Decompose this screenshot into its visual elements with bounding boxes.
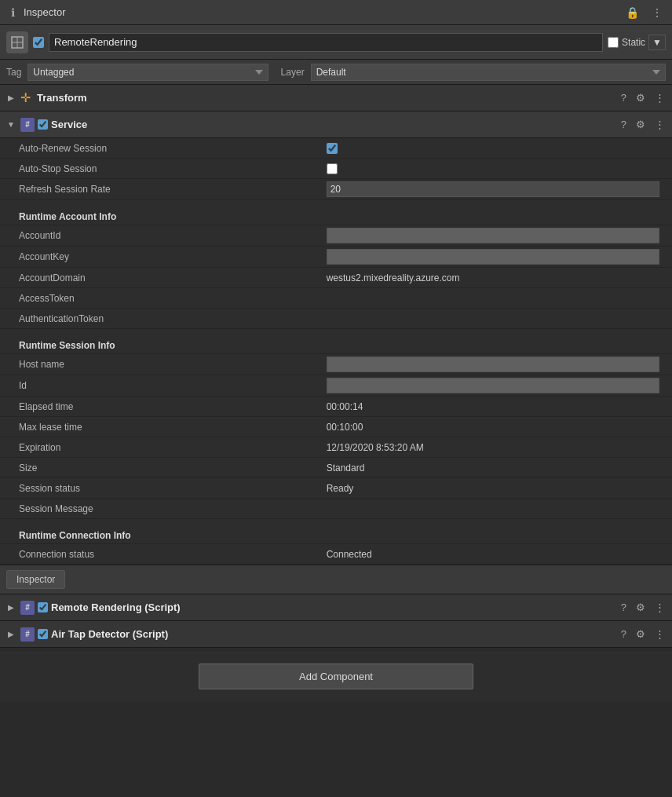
- account-key-label: AccountKey: [19, 251, 327, 262]
- spacer-2: [0, 329, 672, 335]
- elapsed-time-value: 00:00:14: [327, 401, 659, 412]
- transform-help-button[interactable]: ?: [619, 91, 629, 104]
- remote-rendering-script-header: ▶ # Remote Rendering (Script) ? ⚙ ⋮: [0, 594, 672, 621]
- runtime-connection-info-header: Runtime Connection Info: [0, 525, 672, 544]
- static-area: Static ▼: [608, 35, 666, 50]
- service-settings-button[interactable]: ⚙: [634, 118, 648, 131]
- inspector-tab-button[interactable]: Inspector: [6, 570, 65, 589]
- service-tag-icon: #: [20, 118, 35, 132]
- transform-settings-button[interactable]: ⚙: [634, 91, 648, 104]
- max-lease-time-row: Max lease time 00:10:00: [0, 417, 672, 437]
- tag-select[interactable]: Untagged: [27, 64, 268, 81]
- layer-label: Layer: [281, 67, 305, 78]
- auth-token-row: AuthenticationToken: [0, 309, 672, 329]
- account-id-label: AccountId: [19, 230, 327, 241]
- remote-rendering-checkbox[interactable]: [38, 602, 48, 612]
- account-domain-row: AccountDomain westus2.mixedreality.azure…: [0, 268, 672, 288]
- account-domain-label: AccountDomain: [19, 272, 327, 283]
- remote-rendering-expand-arrow[interactable]: ▶: [5, 601, 17, 614]
- session-status-row: Session status Ready: [0, 478, 672, 499]
- runtime-session-info-header: Runtime Session Info: [0, 335, 672, 354]
- spacer-3: [0, 519, 672, 525]
- air-tap-menu-button[interactable]: ⋮: [652, 627, 667, 641]
- session-id-row: Id: [0, 375, 672, 397]
- auto-renew-session-checkbox[interactable]: [327, 143, 338, 154]
- transform-icons: ? ⚙ ⋮: [619, 91, 667, 104]
- service-expand-arrow[interactable]: ▼: [5, 119, 17, 131]
- air-tap-expand-arrow[interactable]: ▶: [5, 628, 17, 641]
- air-tap-settings-button[interactable]: ⚙: [634, 627, 648, 641]
- session-status-value: Ready: [327, 483, 659, 494]
- add-component-area: Add Component: [0, 651, 672, 702]
- remote-rendering-settings-button[interactable]: ⚙: [634, 601, 648, 614]
- expiration-label: Expiration: [19, 442, 327, 453]
- elapsed-time-label: Elapsed time: [19, 401, 327, 412]
- tag-layer-row: Tag Untagged Layer Default: [0, 60, 672, 85]
- object-header: Static ▼: [0, 25, 672, 60]
- service-help-button[interactable]: ?: [619, 118, 629, 131]
- connection-status-label: Connection status: [19, 549, 327, 560]
- title-bar-title: Inspector: [24, 6, 65, 18]
- account-key-input[interactable]: [327, 249, 659, 265]
- air-tap-detector-script-header: ▶ # Air Tap Detector (Script) ? ⚙ ⋮: [0, 621, 672, 648]
- object-active-checkbox[interactable]: [33, 37, 44, 48]
- air-tap-checkbox[interactable]: [38, 629, 48, 639]
- runtime-account-info-header: Runtime Account Info: [0, 207, 672, 225]
- auto-stop-session-checkbox[interactable]: [327, 163, 338, 174]
- refresh-session-rate-row: Refresh Session Rate: [0, 179, 672, 200]
- account-id-input[interactable]: [327, 228, 659, 243]
- refresh-session-rate-label: Refresh Session Rate: [19, 184, 327, 195]
- service-component-header: ▼ # Service ? ⚙ ⋮: [0, 112, 672, 138]
- max-lease-time-value: 00:10:00: [327, 422, 659, 433]
- transform-title: Transform: [37, 92, 615, 104]
- host-name-input[interactable]: [327, 356, 659, 372]
- session-status-label: Session status: [19, 483, 327, 494]
- connection-status-row: Connection status Connected: [0, 544, 672, 565]
- remote-rendering-icons: ? ⚙ ⋮: [619, 601, 667, 614]
- remote-rendering-title: Remote Rendering (Script): [51, 601, 615, 613]
- inspector-tab-area: Inspector: [0, 565, 672, 594]
- static-dropdown-button[interactable]: ▼: [648, 35, 666, 50]
- air-tap-icons: ? ⚙ ⋮: [619, 627, 667, 641]
- host-name-label: Host name: [19, 359, 327, 370]
- remote-rendering-menu-button[interactable]: ⋮: [652, 601, 667, 614]
- object-name-input[interactable]: [49, 33, 603, 52]
- connection-status-value: Connected: [327, 549, 659, 560]
- spacer-1: [0, 200, 672, 207]
- transform-menu-button[interactable]: ⋮: [652, 91, 667, 104]
- size-row: Size Standard: [0, 458, 672, 478]
- service-active-checkbox[interactable]: [38, 119, 48, 130]
- refresh-session-rate-input[interactable]: [327, 181, 659, 197]
- account-domain-value: westus2.mixedreality.azure.com: [327, 272, 659, 283]
- air-tap-help-button[interactable]: ?: [619, 627, 629, 641]
- size-value: Standard: [327, 462, 659, 473]
- access-token-label: AccessToken: [19, 293, 327, 304]
- title-bar-left: ℹ Inspector: [6, 6, 65, 19]
- transform-expand-arrow[interactable]: ▶: [5, 92, 17, 104]
- static-checkbox[interactable]: [608, 37, 619, 48]
- service-menu-button[interactable]: ⋮: [652, 118, 667, 131]
- expiration-value: 12/19/2020 8:53:20 AM: [327, 442, 659, 453]
- title-bar: ℹ Inspector 🔒 ⋮: [0, 0, 672, 25]
- service-content: Auto-Renew Session Auto-Stop Session Ref…: [0, 138, 672, 565]
- title-menu-button[interactable]: ⋮: [648, 5, 666, 20]
- title-bar-right: 🔒 ⋮: [623, 5, 666, 20]
- lock-button[interactable]: 🔒: [623, 5, 642, 20]
- account-id-row: AccountId: [0, 225, 672, 247]
- auth-token-label: AuthenticationToken: [19, 313, 327, 324]
- service-title: Service: [51, 119, 615, 130]
- add-component-button[interactable]: Add Component: [199, 664, 473, 689]
- session-message-row: Session Message: [0, 499, 672, 519]
- object-icon: [6, 31, 28, 53]
- inspector-icon: ℹ: [6, 6, 19, 19]
- auto-stop-session-row: Auto-Stop Session: [0, 159, 672, 179]
- tag-label: Tag: [6, 67, 21, 78]
- access-token-row: AccessToken: [0, 288, 672, 309]
- layer-select[interactable]: Default: [311, 64, 666, 81]
- session-id-input[interactable]: [327, 378, 659, 393]
- transform-axis-icon: ✛: [20, 90, 31, 105]
- remote-rendering-help-button[interactable]: ?: [619, 601, 629, 614]
- session-message-label: Session Message: [19, 503, 327, 514]
- host-name-row: Host name: [0, 354, 672, 375]
- service-icons: ? ⚙ ⋮: [619, 118, 667, 131]
